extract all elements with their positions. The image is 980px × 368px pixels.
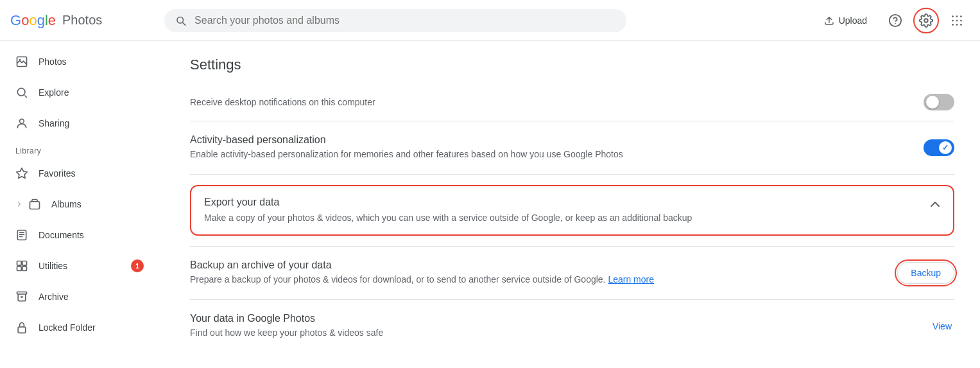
sidebar-item-label: Archive <box>39 292 69 302</box>
sidebar-item-sharing[interactable]: Sharing <box>0 108 159 139</box>
header-actions: Upload <box>813 8 970 33</box>
main-content: Settings Receive desktop notifications o… <box>164 41 980 368</box>
sidebar-item-label: Albums <box>51 199 82 209</box>
upload-label: Upload <box>839 15 867 26</box>
svg-point-6 <box>956 19 958 21</box>
svg-point-14 <box>20 119 24 123</box>
sidebar-item-albums[interactable]: Albums <box>0 189 159 220</box>
svg-point-12 <box>19 59 21 61</box>
sidebar-item-documents[interactable]: Documents <box>0 220 159 250</box>
backup-archive-row: Backup an archive of your data Prepare a… <box>190 247 954 300</box>
export-section: Export your data Make a copy of your pho… <box>190 185 954 236</box>
settings-icon <box>919 13 933 28</box>
header: Google Photos Upload <box>0 0 980 41</box>
logo-photos-text: Photos <box>62 13 102 28</box>
svg-point-9 <box>956 24 958 26</box>
google-logo: Google <box>10 12 56 29</box>
sidebar-item-archive[interactable]: Archive <box>0 281 159 312</box>
svg-point-5 <box>952 19 954 21</box>
export-desc: Make a copy of your photos & videos, whi… <box>204 212 940 225</box>
sidebar-item-label: Locked Folder <box>39 322 96 333</box>
personalization-text: Activity-based personalization Enable ac… <box>190 134 913 161</box>
svg-point-4 <box>960 15 962 17</box>
sidebar-item-locked-folder[interactable]: Locked Folder <box>0 312 159 343</box>
albums-icon <box>28 198 41 211</box>
library-section-label: Library <box>0 139 164 158</box>
sidebar: Photos Explore Sharing Library Favorites <box>0 41 164 368</box>
svg-point-3 <box>956 15 958 17</box>
export-title: Export your data <box>204 197 940 208</box>
svg-point-1 <box>895 23 896 24</box>
svg-point-2 <box>952 15 954 17</box>
notifications-toggle[interactable] <box>924 94 954 110</box>
albums-expand-icon <box>15 200 23 208</box>
data-in-photos-title: Your data in Google Photos <box>190 313 920 324</box>
export-chevron-icon[interactable] <box>927 197 943 215</box>
search-bar[interactable] <box>164 9 626 32</box>
utilities-icon <box>15 259 28 272</box>
settings-button[interactable] <box>913 8 939 33</box>
svg-rect-19 <box>17 267 22 271</box>
help-button[interactable] <box>882 8 908 33</box>
personalization-row: Activity-based personalization Enable ac… <box>190 121 954 175</box>
apps-button[interactable] <box>944 8 970 33</box>
sidebar-item-label: Photos <box>39 57 67 67</box>
upload-icon <box>823 15 835 26</box>
sidebar-item-utilities[interactable]: Utilities 1 <box>0 250 159 281</box>
favorites-icon <box>15 167 28 180</box>
export-row: Export your data Make a copy of your pho… <box>190 175 954 247</box>
photos-icon <box>15 55 28 68</box>
backup-archive-title: Backup an archive of your data <box>190 259 887 271</box>
sidebar-item-label: Utilities <box>39 261 67 271</box>
data-in-photos-row: Your data in Google Photos Find out how … <box>190 300 954 353</box>
svg-rect-20 <box>22 267 27 271</box>
sidebar-item-favorites[interactable]: Favorites <box>0 158 159 189</box>
upload-button[interactable]: Upload <box>813 10 877 31</box>
personalization-desc: Enable activity-based personalization fo… <box>190 148 913 161</box>
documents-icon <box>15 229 28 241</box>
utilities-badge: 1 <box>131 259 144 272</box>
notifications-desc: Receive desktop notifications on this co… <box>190 97 924 107</box>
sharing-icon <box>15 117 28 130</box>
settings-content: Receive desktop notifications on this co… <box>164 83 980 352</box>
explore-icon <box>15 86 28 99</box>
backup-archive-text: Backup an archive of your data Prepare a… <box>190 259 887 286</box>
backup-archive-desc: Prepare a backup of your photos & videos… <box>190 274 887 286</box>
sidebar-item-label: Favorites <box>39 168 76 179</box>
svg-point-8 <box>952 24 954 26</box>
svg-rect-15 <box>30 202 40 209</box>
svg-rect-22 <box>18 327 26 333</box>
archive-icon <box>15 290 28 303</box>
notifications-row: Receive desktop notifications on this co… <box>190 83 954 121</box>
sidebar-item-photos[interactable]: Photos <box>0 46 159 77</box>
sidebar-item-label: Sharing <box>39 118 69 128</box>
sidebar-item-label: Explore <box>39 87 69 98</box>
data-in-photos-text: Your data in Google Photos Find out how … <box>190 313 920 340</box>
page-title: Settings <box>164 41 980 83</box>
logo-area: Google Photos <box>10 12 164 29</box>
svg-point-10 <box>960 24 962 26</box>
layout: Photos Explore Sharing Library Favorites <box>0 41 980 368</box>
personalization-toggle[interactable] <box>924 139 954 156</box>
backup-button[interactable]: Backup <box>897 262 954 284</box>
data-in-photos-desc: Find out how we keep your photos & video… <box>190 327 920 340</box>
sidebar-item-explore[interactable]: Explore <box>0 77 159 108</box>
lock-icon <box>15 321 28 334</box>
search-icon <box>175 14 187 27</box>
svg-point-13 <box>17 88 25 96</box>
svg-rect-18 <box>22 261 27 266</box>
apps-icon <box>950 13 964 28</box>
svg-point-7 <box>960 19 962 21</box>
sidebar-item-label: Documents <box>39 230 84 240</box>
svg-rect-17 <box>17 261 22 266</box>
view-button[interactable]: View <box>930 316 954 337</box>
svg-rect-21 <box>17 292 27 294</box>
personalization-title: Activity-based personalization <box>190 134 913 146</box>
learn-more-link[interactable]: Learn more <box>608 274 654 285</box>
search-input[interactable] <box>194 15 616 26</box>
help-icon <box>888 13 902 28</box>
